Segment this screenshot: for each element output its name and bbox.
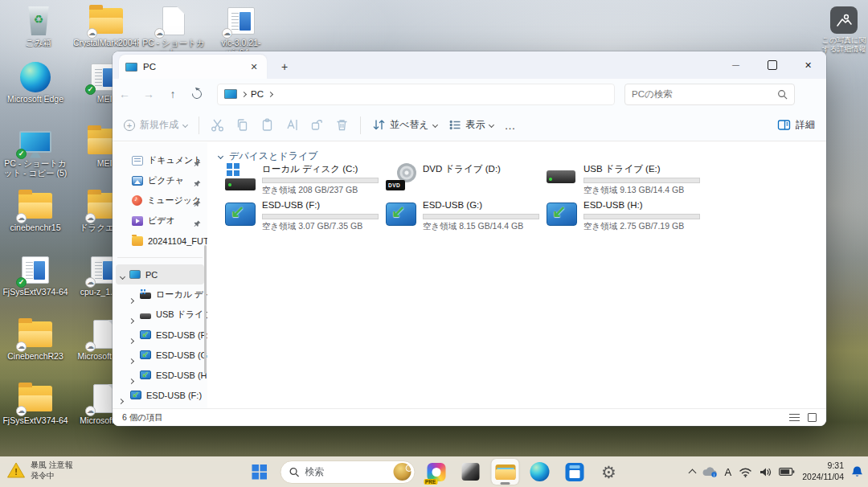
sidebar-item[interactable]: ドキュメント [113,150,207,170]
onedrive-icon[interactable]: i [702,466,718,477]
sync-badge-icon [16,406,27,416]
back-icon[interactable]: ← [113,88,137,100]
widgets-weather-button[interactable]: ! 暴風 注意報 発令中 [6,460,73,481]
file-explorer-window: PC ← → ↑ PC PCの検索 + 新規作成 [113,51,826,426]
clock[interactable]: 9:31 2024/11/04 [802,460,844,482]
sidebar-item-label: 20241104_FUTIT... [148,236,207,246]
new-item-button[interactable]: + 新規作成 [124,118,187,132]
start-button[interactable] [246,459,273,485]
section-header-devices[interactable]: デバイスとドライブ [219,149,318,163]
free-space-label: 空き領域 9.13 GB/14.4 GB [583,185,700,196]
sidebar-item[interactable]: ミュージック [113,190,207,211]
desktop-icon[interactable]: CrystalMark2004R7 [72,5,140,57]
sync-badge-icon [85,277,96,288]
chevron-right-icon [129,298,134,304]
paste-icon[interactable] [260,118,274,132]
maximize-button[interactable] [754,51,790,79]
large-icons-view-icon[interactable] [808,413,817,422]
sidebar-scrollbar[interactable] [204,245,207,374]
sidebar-item-esd-usb[interactable]: ESD-USB (F:) [113,385,207,405]
sync-badge-icon [85,213,96,223]
pinned-app-button[interactable] [457,459,485,485]
desktop-icon[interactable]: Microsoft Edge [5,61,66,125]
share-icon[interactable] [310,118,324,132]
picture-info-icon[interactable] [830,6,858,34]
delete-icon[interactable] [335,118,349,132]
settings-button[interactable] [596,459,623,485]
drive-tile[interactable]: ESD-USB (H:) 空き領域 2.75 GB/7.19 GB [547,199,707,235]
battery-icon[interactable] [779,467,795,477]
title-bar[interactable]: PC [113,51,826,79]
navigation-pane: ドキュメント ピクチャ ミュージック ビデオ [113,142,207,408]
file-explorer-button[interactable] [492,459,519,485]
breadcrumb[interactable]: PC [217,84,615,105]
volume-icon[interactable] [760,467,772,477]
new-tab-button[interactable] [276,59,293,75]
desktop-icon[interactable]: CinebenchR23 [5,318,66,383]
sidebar-drive-item[interactable]: USB ドライブ (E: [113,305,207,325]
desktop-icon[interactable]: ごみ箱 [5,5,72,57]
window-close-button[interactable] [790,51,826,79]
copilot-button[interactable]: PRE [423,459,450,485]
edge-button[interactable] [526,459,554,485]
list-view-icon[interactable] [789,414,800,422]
refresh-icon[interactable] [190,88,204,101]
details-label: 詳細 [796,118,815,132]
drive-tile[interactable]: ローカル ディスク (C:) 空き領域 208 GB/237 GB [225,163,386,199]
gear-icon [601,464,616,481]
taskbar-search-box[interactable]: 検索 [280,460,416,484]
sidebar-item[interactable]: 20241104_FUTIT... [113,231,207,251]
daily-image-icon[interactable] [394,463,411,481]
quick-access-list: ドキュメント ピクチャ ミュージック ビデオ [113,150,207,251]
sidebar-item-label: ESD-USB (F:) [156,330,207,340]
notification-bell-icon[interactable] [851,465,863,478]
sidebar-item[interactable]: ピクチャ [113,170,207,190]
sidebar-item-icon [132,156,143,166]
desktop-icon[interactable]: FjSysExtV374-64 [5,254,66,318]
wifi-icon[interactable] [739,467,752,477]
desktop-icon[interactable]: vlc-3.0.21-win64... [207,5,275,57]
desktop-icon-label: PC - ショートカット - コピー (5) [2,158,68,178]
search-placeholder: PCの検索 [632,88,777,100]
sidebar-drive-item[interactable]: ESD-USB (H:) [113,365,207,385]
drive-name: ESD-USB (F:) [262,199,379,211]
cut-icon[interactable] [211,118,224,132]
desktop-icon[interactable]: PC - ショートカット - コピー (5) [5,125,66,190]
tray-overflow-chevron-icon[interactable] [688,469,696,477]
forward-icon[interactable]: → [137,88,161,100]
sync-badge-icon [16,277,27,288]
details-pane-button[interactable]: 詳細 [777,118,815,132]
sidebar-drive-item[interactable]: ローカル ディスク [113,284,207,305]
sort-button[interactable]: 並べ替え [372,118,437,132]
desktop-icon[interactable]: cinebenchr15 [5,190,66,254]
ime-mode-indicator[interactable]: A [725,466,732,478]
breadcrumb-pc[interactable]: PC [251,89,264,99]
explorer-tab-pc[interactable]: PC [119,55,267,79]
copy-icon[interactable] [235,118,249,132]
drive-tile[interactable]: ESD-USB (G:) 空き領域 8.15 GB/14.4 GB [386,199,547,235]
sidebar-item[interactable]: ビデオ [113,211,207,231]
minimize-button[interactable] [718,51,754,79]
drive-tile[interactable]: USB ドライブ (E:) 空き領域 9.13 GB/14.4 GB [547,163,707,199]
dvd-icon-label: DVD [388,182,400,188]
drive-tile[interactable]: DVD DVD ドライブ (D:) [386,163,547,199]
sidebar-item-pc[interactable]: PC [116,264,204,284]
sidebar-drive-item[interactable]: ESD-USB (F:) [113,325,207,345]
rename-icon[interactable] [285,118,299,132]
sort-label: 並べ替え [390,118,429,132]
view-label: 表示 [466,118,485,132]
up-icon[interactable]: ↑ [161,88,185,100]
sidebar-item-label: ビデオ [148,215,175,227]
desktop-icon[interactable]: PC - ショートカット -... [140,5,207,57]
view-button[interactable]: 表示 [448,118,493,132]
spotlight-info[interactable]: この写真に関する詳細情報 [821,6,866,54]
desktop-icon[interactable]: FjSysExtV374-64 [5,383,66,447]
sidebar-drive-item[interactable]: ESD-USB (G:) [113,345,207,365]
tab-close-icon[interactable] [248,60,260,73]
drive-icon [140,313,151,319]
search-input[interactable]: PCの検索 [624,84,795,105]
store-button[interactable] [561,459,588,485]
more-options-icon[interactable]: … [505,119,517,132]
drive-tile[interactable]: ESD-USB (F:) 空き領域 3.07 GB/7.35 GB [225,199,386,235]
sync-badge-icon [16,342,27,352]
